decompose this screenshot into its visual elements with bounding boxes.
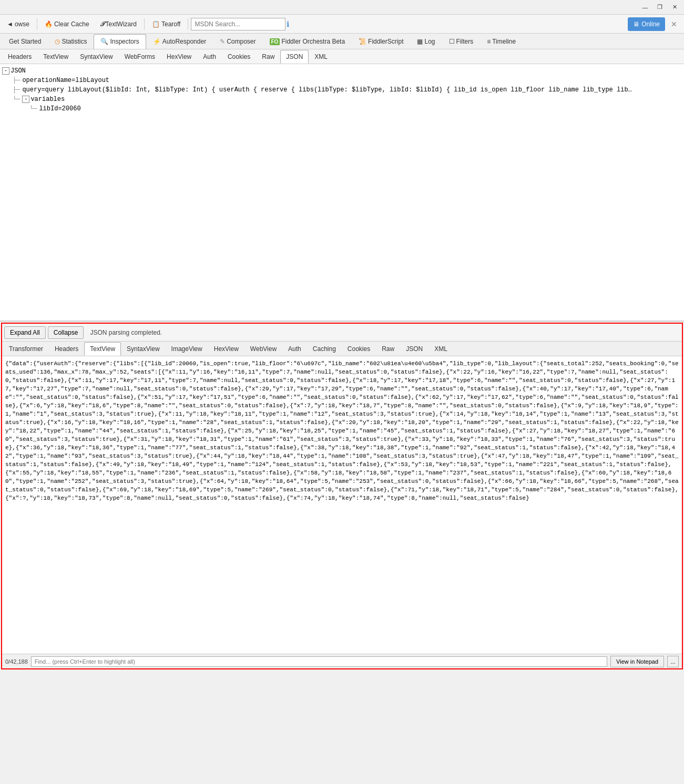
- tree-item-variables: └─ - variables: [13, 95, 682, 104]
- text-wizard-button[interactable]: 𝒯 TextWizard: [95, 17, 141, 31]
- tab-filters[interactable]: ☐ Filters: [442, 34, 481, 49]
- tab-composer[interactable]: ✎ Composer: [213, 34, 262, 49]
- more-button[interactable]: ...: [667, 656, 679, 667]
- separator-1: [37, 18, 37, 30]
- clear-cache-label: Clear Cache: [54, 20, 89, 28]
- tab-json[interactable]: JSON: [280, 50, 309, 64]
- tree-dash-4: └─: [29, 104, 37, 114]
- lower-tab-imageview[interactable]: ImageView: [166, 342, 208, 356]
- lower-panel: Expand All Collapse JSON parsing complet…: [1, 323, 683, 669]
- statistics-icon: ◷: [55, 38, 60, 45]
- log-icon: ▦: [417, 38, 423, 45]
- variables-expand[interactable]: -: [22, 96, 29, 103]
- view-in-notepad-button[interactable]: View in Notepad: [610, 656, 664, 667]
- minimize-button[interactable]: —: [638, 2, 652, 13]
- operation-name-value: operationName=libLayout: [22, 76, 109, 85]
- lower-tab-auth[interactable]: Auth: [282, 342, 307, 356]
- lower-tabs: Transformer Headers TextView SyntaxView …: [2, 342, 682, 356]
- expand-all-button[interactable]: Expand All: [4, 326, 46, 339]
- tab-auth[interactable]: Auth: [197, 50, 222, 64]
- tab-syntaxview[interactable]: SyntaxView: [74, 50, 118, 64]
- text-wizard-label: TextWizard: [106, 20, 137, 28]
- clear-cache-button[interactable]: 🔥 Clear Cache: [40, 17, 94, 31]
- json-status: JSON parsing completed.: [90, 329, 162, 336]
- nav-tabs: Get Started ◷ Statistics 🔍 Inspectors ⚡ …: [0, 34, 684, 49]
- upper-content: - JSON ├─ operationName=libLayout ├─ que…: [0, 64, 684, 322]
- query-value: query=query libLayout($libId: Int, $libT…: [22, 85, 632, 95]
- lower-tab-caching[interactable]: Caching: [307, 342, 342, 356]
- content-tabs: Headers TextView SyntaxView WebForms Hex…: [0, 49, 684, 64]
- fo-badge: FO: [270, 38, 280, 45]
- tab-get-started[interactable]: Get Started: [2, 34, 48, 49]
- tree-root: - JSON: [2, 66, 682, 76]
- flame-icon: 🔥: [45, 20, 53, 28]
- status-bar: 0/42,188 View in Notepad ...: [2, 654, 682, 668]
- root-label: JSON: [11, 66, 26, 76]
- variables-label: variables: [30, 95, 65, 104]
- lower-tab-json[interactable]: JSON: [400, 342, 428, 356]
- title-bar: — ❐ ✕: [0, 0, 684, 15]
- tab-timeline[interactable]: ≡ Timeline: [480, 34, 523, 49]
- collapse-button[interactable]: Collapse: [48, 326, 84, 339]
- tab-fiddlerscript[interactable]: 📜 FiddlerScript: [352, 34, 410, 49]
- msdn-search-input[interactable]: [191, 18, 285, 30]
- tab-cookies[interactable]: Cookies: [222, 50, 256, 64]
- lower-tab-textview[interactable]: TextView: [84, 342, 121, 356]
- tree-item-libid: └─ libId=20060: [29, 104, 682, 114]
- inspectors-icon: 🔍: [100, 38, 108, 45]
- composer-icon: ✎: [220, 38, 225, 45]
- tab-webforms[interactable]: WebForms: [119, 50, 161, 64]
- tab-fiddler-orchestra[interactable]: FO Fiddler Orchestra Beta: [263, 34, 352, 49]
- toolbar-close-button[interactable]: ✕: [666, 17, 682, 31]
- tearoff-label: Tearoff: [161, 20, 180, 28]
- wand-icon: 𝒯: [100, 20, 104, 28]
- find-input[interactable]: [31, 656, 607, 667]
- lower-tab-cookies[interactable]: Cookies: [342, 342, 376, 356]
- online-icon: 🖥: [633, 20, 639, 28]
- lower-tab-webview[interactable]: WebView: [244, 342, 282, 356]
- lower-toolbar: Expand All Collapse JSON parsing complet…: [2, 324, 682, 342]
- tab-raw[interactable]: Raw: [256, 50, 280, 64]
- tab-headers[interactable]: Headers: [2, 50, 37, 64]
- lower-tab-syntaxview[interactable]: SyntaxView: [121, 342, 165, 356]
- tab-xml[interactable]: XML: [309, 50, 333, 64]
- timeline-icon: ≡: [487, 38, 491, 45]
- tab-statistics[interactable]: ◷ Statistics: [48, 34, 94, 49]
- fiddlerscript-icon: 📜: [359, 38, 366, 45]
- tree-item-query: ├─ query=query libLayout($libId: Int, $l…: [13, 85, 682, 95]
- tab-hexview[interactable]: HexView: [161, 50, 197, 64]
- lower-tab-transformer[interactable]: Transformer: [3, 342, 49, 356]
- main-toolbar: ◄ owse 🔥 Clear Cache 𝒯 TextWizard 📋 Tear…: [0, 15, 684, 34]
- filters-icon: ☐: [449, 38, 455, 45]
- online-button[interactable]: 🖥 Online: [628, 17, 665, 31]
- restore-button[interactable]: ❐: [652, 2, 667, 13]
- autoresponder-icon: ⚡: [153, 38, 161, 45]
- lower-tab-raw[interactable]: Raw: [376, 342, 400, 356]
- tab-textview[interactable]: TextView: [37, 50, 74, 64]
- info-icon: ℹ: [287, 20, 289, 28]
- back-icon: ◄: [7, 20, 13, 28]
- root-expand[interactable]: -: [2, 67, 9, 75]
- lower-tab-hexview[interactable]: HexView: [208, 342, 244, 356]
- separator-3: [188, 18, 188, 30]
- close-button[interactable]: ✕: [667, 2, 682, 13]
- tree-item-operation: ├─ operationName=libLayout: [13, 76, 682, 85]
- tab-inspectors[interactable]: 🔍 Inspectors: [94, 34, 146, 49]
- tab-log[interactable]: ▦ Log: [410, 34, 442, 49]
- tree-dash-2: ├─: [13, 85, 20, 95]
- tearoff-button[interactable]: 📋 Tearoff: [147, 17, 185, 31]
- tree-dash-3: └─: [13, 95, 20, 104]
- json-tree: - JSON ├─ operationName=libLayout ├─ que…: [2, 66, 682, 114]
- lower-tab-xml[interactable]: XML: [428, 342, 453, 356]
- json-content[interactable]: {"data":{"userAuth":{"reserve":{"libs":[…: [2, 356, 682, 654]
- lower-tab-headers[interactable]: Headers: [49, 342, 84, 356]
- cursor-position: 0/42,188: [5, 658, 28, 665]
- browse-button[interactable]: ◄ owse: [2, 17, 34, 31]
- browse-label: owse: [15, 20, 29, 28]
- tearoff-icon: 📋: [152, 20, 160, 28]
- online-label: Online: [641, 20, 660, 28]
- libid-value: libId=20060: [39, 104, 80, 114]
- tree-dash-1: ├─: [13, 76, 20, 85]
- separator-2: [144, 18, 145, 30]
- tab-autoresponder[interactable]: ⚡ AutoResponder: [146, 34, 213, 49]
